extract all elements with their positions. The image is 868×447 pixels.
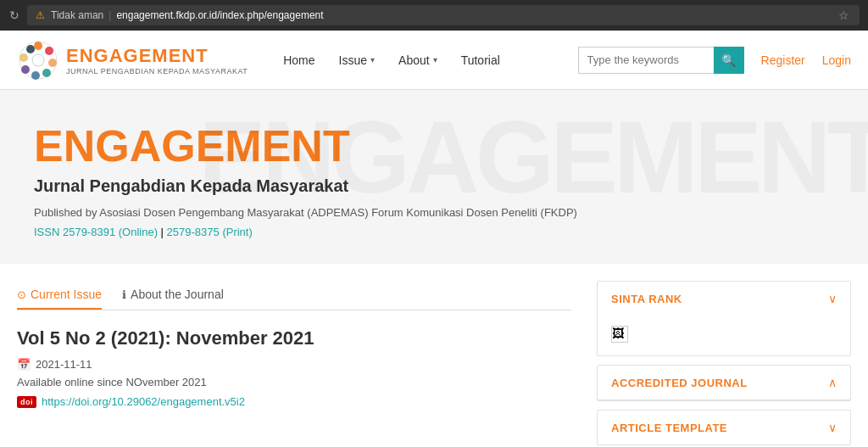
accredited-journal-header[interactable]: ACCREDITED JOURNAL ∧: [598, 366, 850, 400]
content-left: ⊙ Current Issue ℹ About the Journal Vol …: [17, 281, 597, 447]
hero-bg-text: ENGAGEMENT: [198, 98, 868, 215]
sinta-rank-chevron-icon: ∨: [828, 292, 837, 305]
hero-section: ENGAGEMENT ENGAGEMENT Jurnal Pengabdian …: [0, 90, 868, 264]
accredited-journal-chevron-icon: ∧: [828, 376, 837, 389]
nav-about[interactable]: About ▾: [388, 47, 448, 74]
main-content: ⊙ Current Issue ℹ About the Journal Vol …: [0, 264, 868, 447]
tab-about-journal[interactable]: ℹ About the Journal: [122, 281, 224, 310]
svg-point-4: [42, 69, 51, 77]
article-template-panel: ARTICLE TEMPLATE ∨: [597, 410, 851, 445]
issue-caret-icon: ▾: [370, 55, 375, 64]
accredited-journal-panel: ACCREDITED JOURNAL ∧: [597, 365, 851, 401]
issue-available-text: Available online since NOvember 2021: [17, 376, 571, 388]
article-template-title: ARTICLE TEMPLATE: [611, 422, 727, 434]
nav-tutorial[interactable]: Tutorial: [451, 47, 510, 74]
doi-url-link[interactable]: https://doi.org/10.29062/engagement.v5i2: [42, 395, 245, 408]
sinta-rank-header[interactable]: SINTA RANK ∨: [598, 282, 850, 316]
doi-badge: doi: [17, 396, 36, 408]
security-warning-icon: ⚠: [34, 9, 46, 21]
sinta-rank-panel: SINTA RANK ∨: [597, 281, 851, 356]
bookmark-icon[interactable]: ☆: [838, 8, 853, 22]
logo[interactable]: ENGAGEMENT JURNAL PENGABDIAN KEPADA MASY…: [17, 39, 248, 81]
nav-auth: Register Login: [761, 53, 851, 67]
article-template-chevron-icon: ∨: [828, 421, 837, 434]
browser-controls: ↻: [8, 9, 20, 21]
logo-icon: [17, 39, 59, 81]
svg-point-5: [31, 71, 40, 80]
svg-point-3: [48, 59, 57, 67]
hero-issn: ISSN 2579-8391 (Online) | 2579-8375 (Pri…: [34, 226, 834, 238]
reload-button[interactable]: ↻: [8, 9, 20, 21]
nav-links: Home Issue ▾ About ▾ Tutorial: [273, 47, 577, 74]
security-text: Tidak aman: [51, 9, 103, 21]
register-link[interactable]: Register: [761, 53, 805, 67]
search-icon: 🔍: [721, 53, 736, 67]
calendar-icon: 📅: [17, 358, 31, 371]
search-button[interactable]: 🔍: [714, 47, 744, 74]
logo-title: ENGAGEMENT: [66, 45, 248, 67]
article-template-header[interactable]: ARTICLE TEMPLATE ∨: [598, 411, 850, 444]
issn-online-link[interactable]: ISSN 2579-8391 (Online): [34, 226, 158, 238]
issn-separator: |: [161, 226, 167, 238]
svg-point-6: [21, 65, 30, 74]
issue-title: Vol 5 No 2 (2021): November 2021: [17, 327, 571, 349]
issue-info: Vol 5 No 2 (2021): November 2021 📅 2021-…: [17, 327, 571, 408]
content-right: SINTA RANK ∨ ACCREDITED JOURNAL ∧ ARTICL…: [597, 281, 851, 447]
issue-date: 📅 2021-11-11: [17, 358, 571, 371]
site-navigation: ENGAGEMENT JURNAL PENGABDIAN KEPADA MASY…: [0, 31, 868, 90]
svg-point-1: [34, 42, 42, 50]
tabs: ⊙ Current Issue ℹ About the Journal: [17, 281, 571, 310]
about-journal-icon: ℹ: [122, 288, 126, 301]
nav-home[interactable]: Home: [273, 47, 325, 74]
svg-point-2: [45, 47, 53, 55]
url-text: engagement.fkdp.or.id/index.php/engageme…: [116, 9, 323, 21]
logo-subtitle: JURNAL PENGABDIAN KEPADA MASYARAKAT: [66, 67, 248, 75]
sinta-rank-title: SINTA RANK: [611, 293, 682, 305]
current-issue-icon: ⊙: [17, 288, 26, 301]
address-bar[interactable]: ⚠ Tidak aman | engagement.fkdp.or.id/ind…: [27, 5, 860, 25]
about-caret-icon: ▾: [433, 55, 437, 64]
logo-text: ENGAGEMENT JURNAL PENGABDIAN KEPADA MASY…: [66, 45, 248, 75]
search-input[interactable]: [578, 47, 714, 74]
tab-current-issue[interactable]: ⊙ Current Issue: [17, 281, 102, 310]
login-link[interactable]: Login: [822, 53, 851, 67]
nav-issue[interactable]: Issue ▾: [329, 47, 385, 74]
svg-point-7: [19, 53, 28, 62]
sinta-rank-body: [598, 316, 850, 355]
doi-link-area: doi https://doi.org/10.29062/engagement.…: [17, 395, 571, 408]
issn-print-link[interactable]: 2579-8375 (Print): [167, 226, 253, 238]
separator: |: [108, 9, 111, 21]
sinta-rank-image: [611, 326, 628, 343]
accredited-journal-title: ACCREDITED JOURNAL: [611, 377, 748, 389]
search-area: 🔍: [578, 47, 744, 74]
browser-chrome: ↻ ⚠ Tidak aman | engagement.fkdp.or.id/i…: [0, 0, 868, 31]
svg-point-8: [26, 45, 35, 53]
svg-point-9: [32, 54, 44, 66]
